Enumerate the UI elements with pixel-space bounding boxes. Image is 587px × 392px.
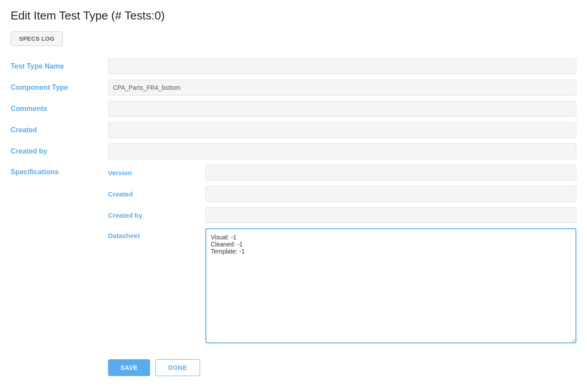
spec-version-input[interactable] [205,165,576,181]
created-by-row: Created by [11,143,576,159]
spec-created-by-row: Created by [108,207,576,223]
component-type-input[interactable] [108,80,576,96]
specifications-block: Specifications Version Created Created b… [11,165,576,349]
page-title: Edit Item Test Type (# Tests:0) [11,9,576,23]
button-row: SAVE DONE [11,359,576,376]
test-type-name-label: Test Type Name [11,62,108,70]
spec-version-row: Version [108,165,576,181]
spec-created-by-input[interactable] [205,207,576,223]
test-type-name-input[interactable] [108,58,576,74]
spec-created-row: Created [108,186,576,202]
specifications-inner: Version Created Created by Datasheet [108,165,576,349]
created-by-label: Created by [11,147,108,155]
created-row: Created [11,122,576,138]
comments-input[interactable] [108,101,576,117]
spec-created-input[interactable] [205,186,576,202]
edit-form: Test Type Name Component Type Comments C… [11,58,576,376]
save-button[interactable]: SAVE [108,359,150,376]
datasheet-textarea[interactable] [205,228,576,343]
spec-version-label: Version [108,169,205,177]
spec-created-label: Created [108,190,205,198]
datasheet-row: Datasheet [108,228,576,343]
spec-created-by-label: Created by [108,211,205,219]
comments-label: Comments [11,105,108,113]
component-type-label: Component Type [11,84,108,92]
comments-row: Comments [11,101,576,117]
created-by-input[interactable] [108,143,576,159]
datasheet-label: Datasheet [108,228,205,239]
specs-log-button[interactable]: SPECS LOG [11,31,63,46]
created-input[interactable] [108,122,576,138]
component-type-row: Component Type [11,80,576,96]
test-type-name-row: Test Type Name [11,58,576,74]
done-button[interactable]: DONE [155,359,200,376]
specifications-label: Specifications [11,165,108,176]
created-label: Created [11,126,108,134]
